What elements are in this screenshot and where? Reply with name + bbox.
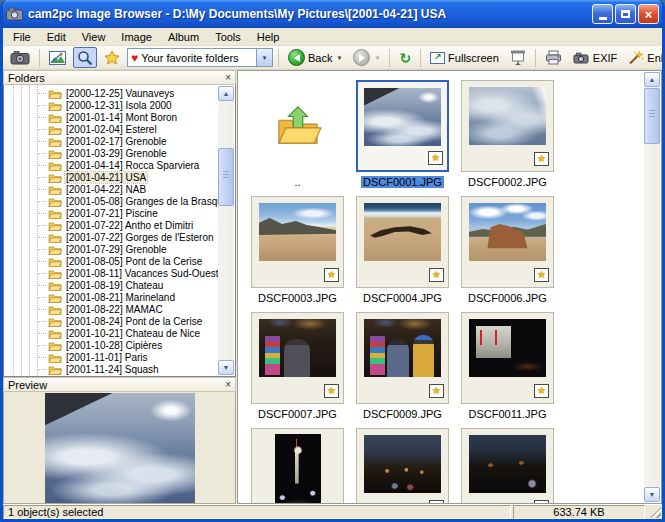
folder-tree-item[interactable]: [2001-08-24] Pont de la Cerise — [4, 315, 218, 327]
folder-tree-item[interactable]: [2001-04-21] USA — [4, 171, 218, 183]
scroll-up-button[interactable]: ▲ — [218, 86, 234, 101]
toolbar-separator — [389, 49, 390, 67]
resize-grip[interactable] — [647, 505, 662, 519]
thumbnail-item[interactable]: ★DSCF0011.JPG — [459, 312, 556, 424]
thumbnail-cell[interactable]: ★ — [461, 312, 554, 404]
thumbnail-cell[interactable]: ★ — [461, 428, 554, 503]
print-button[interactable] — [541, 47, 566, 68]
folder-tree-item[interactable]: [2001-04-14] Rocca Sparviera — [4, 159, 218, 171]
toolbar-separator — [278, 49, 279, 67]
exif-button[interactable]: EXIF — [569, 47, 621, 68]
back-dropdown-caret[interactable]: ▼ — [336, 55, 342, 61]
menu-help[interactable]: Help — [249, 29, 288, 45]
menu-file[interactable]: File — [5, 29, 39, 45]
folder-tree-item[interactable]: [2001-10-28] Cipières — [4, 339, 218, 351]
thumbnail-item[interactable] — [249, 428, 346, 503]
size-status: 633.74 KB — [513, 505, 645, 519]
folder-tree-item[interactable]: [2000-12-25] Vaunaveys — [4, 87, 218, 99]
back-button[interactable]: Back ▼ — [284, 47, 346, 68]
folder-tree-item[interactable]: [2001-11-01] Paris — [4, 351, 218, 363]
folder-tree-item[interactable]: [2001-08-05] Pont de la Cerise — [4, 255, 218, 267]
thumbnail-item[interactable]: ★DSCF0003.JPG — [249, 196, 346, 308]
preview-panel-close-icon[interactable]: × — [225, 380, 231, 390]
thumbnail-item[interactable]: ★DSCF0006.JPG — [459, 196, 556, 308]
thumbnail-cell[interactable]: ★ — [356, 80, 449, 172]
thumbnail-item[interactable]: ★ — [459, 428, 556, 503]
menu-tools[interactable]: Tools — [207, 29, 249, 45]
minimize-button[interactable] — [592, 4, 613, 24]
thumbnails-scrollbar[interactable]: ▲ ▼ — [644, 72, 660, 502]
browse-mode-button[interactable] — [73, 47, 97, 68]
parent-folder-item[interactable]: .. — [249, 80, 346, 192]
thumbnail-item[interactable]: ★DSCF0001.JPG — [354, 80, 451, 192]
folder-tree-item[interactable]: [2001-08-22] MAMAC — [4, 303, 218, 315]
folder-tree-item[interactable]: [2001-07-29] Grenoble — [4, 243, 218, 255]
thumbnail-label: DSCF0006.JPG — [466, 292, 549, 304]
enhance-button[interactable]: Enhance — [624, 47, 662, 68]
thumbnail-cell[interactable]: ★ — [461, 80, 554, 172]
close-button[interactable]: × — [638, 4, 659, 24]
menu-image[interactable]: Image — [113, 29, 160, 45]
thumbnail-item[interactable]: ★DSCF0009.JPG — [354, 312, 451, 424]
folder-icon — [48, 244, 62, 255]
folder-tree-item[interactable]: [2001-02-04] Esterel — [4, 123, 218, 135]
projector-screen-icon — [510, 50, 526, 66]
thumbnail-cell[interactable]: ★ — [251, 312, 344, 404]
thumbnail-image — [364, 319, 441, 377]
thumbnail-cell[interactable]: ★ — [356, 428, 449, 503]
forward-button[interactable]: ▼ — [349, 47, 384, 68]
title-bar[interactable]: cam2pc Image Browser - D:\My Documents\M… — [0, 0, 665, 28]
combobox-dropdown-button[interactable]: ▼ — [256, 49, 272, 66]
scrollbar-thumb[interactable] — [218, 148, 234, 206]
folder-tree-item[interactable]: [2001-10-21] Chateau de Nice — [4, 327, 218, 339]
tree-connector — [38, 117, 46, 118]
folder-tree-scrollbar[interactable]: ▲ ▼ — [218, 86, 234, 375]
maximize-button[interactable] — [615, 4, 636, 24]
refresh-button[interactable]: ↻ — [395, 47, 415, 68]
folder-icon — [48, 100, 62, 111]
folder-name: [2001-08-11] Vacances Sud-Ouest — [65, 268, 220, 279]
folder-tree-item[interactable]: [2001-07-22] Antho et Dimitri — [4, 219, 218, 231]
folder-tree-item[interactable]: [2001-07-22] Gorges de l'Esteron — [4, 231, 218, 243]
folder-tree-item[interactable]: [2001-03-29] Grenoble — [4, 147, 218, 159]
folder-tree-item[interactable]: [2001-08-21] Marineland — [4, 291, 218, 303]
favorite-folders-combobox[interactable]: ♥ Your favorite folders ▼ — [127, 48, 273, 67]
folder-tree-item[interactable]: [2001-02-17] Grenoble — [4, 135, 218, 147]
scrollbar-thumb[interactable] — [644, 88, 660, 144]
menu-album[interactable]: Album — [160, 29, 207, 45]
folder-icon — [48, 328, 62, 339]
fullscreen-button[interactable]: ↗ Fullscreen — [426, 47, 503, 68]
folder-tree-item[interactable]: [2001-07-21] Piscine — [4, 207, 218, 219]
folder-tree-item[interactable]: [2001-01-14] Mont Boron — [4, 111, 218, 123]
image-viewer-button[interactable] — [45, 47, 70, 68]
scroll-down-button[interactable]: ▼ — [644, 487, 660, 502]
thumbnail-cell[interactable] — [251, 428, 344, 503]
menu-edit[interactable]: Edit — [39, 29, 74, 45]
scroll-down-button[interactable]: ▼ — [218, 360, 234, 375]
thumbnail-item[interactable]: ★DSCF0007.JPG — [249, 312, 346, 424]
folder-tree-item[interactable]: [2000-12-31] Isola 2000 — [4, 99, 218, 111]
folders-panel-close-icon[interactable]: × — [225, 73, 231, 83]
thumbnail-cell[interactable]: ★ — [461, 196, 554, 288]
favorites-button[interactable] — [100, 47, 124, 68]
folder-tree-item[interactable]: [2001-04-22] NAB — [4, 183, 218, 195]
toolbar-separator — [420, 49, 421, 67]
slideshow-button[interactable] — [506, 47, 530, 68]
tree-connector — [38, 357, 46, 358]
folder-tree-item[interactable]: [2001-08-19] Chateau — [4, 279, 218, 291]
folder-tree-item[interactable]: [2001-11-24] Squash — [4, 363, 218, 375]
scroll-up-button[interactable]: ▲ — [644, 72, 660, 87]
menu-view[interactable]: View — [74, 29, 114, 45]
folder-tree-item[interactable]: [2001-05-08] Granges de la Brasque — [4, 195, 218, 207]
thumbnail-item[interactable]: ★DSCF0002.JPG — [459, 80, 556, 192]
thumbnail-item[interactable]: ★DSCF0004.JPG — [354, 196, 451, 308]
folder-icon — [48, 364, 62, 375]
thumbnail-item[interactable]: ★ — [354, 428, 451, 503]
thumbnail-cell[interactable]: ★ — [356, 196, 449, 288]
thumbnail-cell[interactable]: ★ — [356, 312, 449, 404]
folder-tree-item[interactable]: [2001-08-11] Vacances Sud-Ouest — [4, 267, 218, 279]
folder-name: [2001-07-22] Gorges de l'Esteron — [65, 232, 215, 243]
camera-download-button[interactable] — [6, 47, 34, 68]
back-label: Back — [308, 52, 332, 64]
thumbnail-cell[interactable]: ★ — [251, 196, 344, 288]
